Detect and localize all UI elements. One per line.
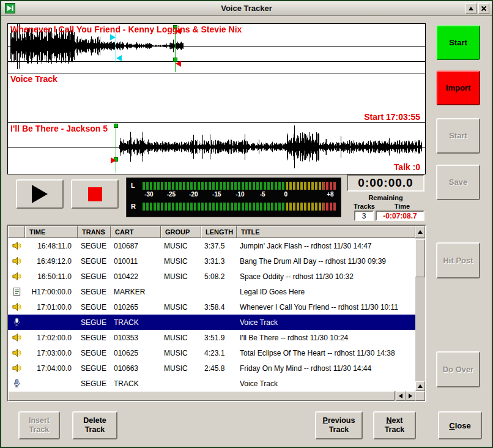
cell-time: 17:02:00.0 bbox=[25, 334, 78, 342]
scroll-up-icon bbox=[418, 230, 423, 234]
close-icon bbox=[481, 6, 487, 12]
column-header-cart[interactable]: CART bbox=[111, 226, 161, 238]
scroll-up-button[interactable] bbox=[415, 226, 425, 238]
insert-track-label: Track bbox=[29, 425, 50, 435]
meter-bar-right bbox=[143, 203, 336, 211]
table-row[interactable]: 17:01:00.0SEGUE010265MUSIC3:58.4Whenever… bbox=[8, 299, 415, 315]
table-row[interactable]: 17:02:00.0SEGUE010353MUSIC3:51.9I'll Be … bbox=[8, 330, 415, 345]
delete-track-button[interactable]: Delete Track bbox=[72, 411, 117, 439]
cell-cart: 010663 bbox=[111, 364, 161, 373]
maximize-icon bbox=[469, 7, 473, 10]
start-marker-handle[interactable] bbox=[114, 124, 118, 128]
meter-left-label: L bbox=[131, 182, 135, 189]
table-row[interactable]: 17:03:00.0SEGUE010625MUSIC4:23.1Total Ec… bbox=[8, 345, 415, 360]
table-row[interactable]: H17:00:00.0SEGUEMARKERLegal ID Goes Here bbox=[8, 284, 415, 299]
cell-trans: SEGUE bbox=[78, 364, 111, 373]
speaker-icon bbox=[8, 256, 25, 266]
table-row[interactable]: 16:48:11.0SEGUE010687MUSIC3:37.5Jumpin' … bbox=[8, 238, 415, 253]
cell-title: Voice Track bbox=[237, 379, 415, 388]
table-row[interactable]: SEGUETRACKVoice Track bbox=[8, 376, 415, 391]
meter-scale-label: -30 bbox=[144, 191, 153, 198]
voice-track-start-time: Start 17:03:55 bbox=[364, 112, 420, 122]
fade-marker-handle-icon[interactable] bbox=[110, 34, 116, 40]
scroll-up-button-bottom[interactable] bbox=[415, 381, 425, 391]
cell-length: 3:37.5 bbox=[201, 242, 237, 250]
insert-track-button[interactable]: Insert Track bbox=[18, 411, 60, 439]
stop-button[interactable] bbox=[71, 179, 119, 209]
meter-scale-label: -10 bbox=[235, 191, 244, 198]
cell-length: 4:23.1 bbox=[201, 349, 237, 357]
cell-cart: MARKER bbox=[111, 288, 161, 296]
hit-post-button[interactable]: Hit Post bbox=[436, 242, 480, 278]
do-over-button[interactable]: Do Over bbox=[436, 351, 480, 387]
meter-scale-label: -5 bbox=[260, 191, 265, 198]
play-button[interactable] bbox=[16, 179, 64, 209]
speaker-icon bbox=[8, 241, 25, 250]
vertical-scroll-thumb[interactable] bbox=[415, 239, 425, 277]
close-button[interactable]: Close bbox=[438, 411, 482, 439]
cell-group: MUSIC bbox=[161, 364, 201, 373]
maximize-button[interactable] bbox=[465, 3, 476, 14]
cell-group: MUSIC bbox=[161, 272, 201, 281]
scroll-left-button[interactable] bbox=[396, 391, 406, 401]
table-header: TIME TRANS CART GROUP LENGTH TITLE bbox=[8, 226, 415, 238]
cell-cart: 010625 bbox=[111, 349, 161, 357]
cell-group: MUSIC bbox=[161, 303, 201, 312]
fade-marker-handle-icon[interactable] bbox=[116, 55, 122, 61]
scroll-right-button[interactable] bbox=[406, 391, 415, 401]
waveform-stack: Whenever I Call You Friend - Kenny Loggi… bbox=[7, 23, 426, 174]
microphone-icon bbox=[8, 318, 25, 327]
start-marker-line[interactable] bbox=[116, 123, 116, 173]
speaker-icon bbox=[8, 333, 25, 342]
previous-track-label: Track bbox=[329, 425, 349, 435]
vertical-scrollbar[interactable] bbox=[415, 226, 425, 401]
microphone-icon bbox=[8, 379, 25, 388]
horizontal-scrollbar[interactable] bbox=[8, 391, 415, 401]
start-record-button[interactable]: Start bbox=[436, 25, 480, 60]
cell-title: Space Oddity -- rdhost 11/30 10:32 bbox=[237, 272, 415, 281]
table-row[interactable]: 16:50:11.0SEGUE010422MUSIC5:08.2Space Od… bbox=[8, 269, 415, 284]
table-row[interactable]: 16:49:12.0SEGUE010011MUSIC3:31.3Bang The… bbox=[8, 253, 415, 269]
horizontal-scroll-thumb[interactable] bbox=[8, 391, 395, 401]
table-row[interactable]: SEGUETRACKVoice Track bbox=[8, 315, 415, 330]
cell-length: 3:31.3 bbox=[201, 257, 237, 266]
talk-marker-handle-icon[interactable] bbox=[111, 157, 116, 163]
import-button[interactable]: Import bbox=[436, 70, 480, 105]
scroll-up-icon bbox=[418, 384, 423, 388]
column-header-time[interactable]: TIME bbox=[25, 226, 78, 238]
meter-scale-label: -20 bbox=[189, 191, 198, 198]
column-header-group[interactable]: GROUP bbox=[161, 226, 201, 238]
table-row[interactable]: 17:04:00.0SEGUE010663MUSIC2:45.8Friday O… bbox=[8, 360, 415, 376]
cell-title: Bang The Drum All Day -- rdhost 11/30 09… bbox=[237, 257, 415, 266]
end-marker-handle-icon[interactable] bbox=[176, 61, 181, 67]
speaker-icon bbox=[8, 272, 25, 281]
cell-cart: 010011 bbox=[111, 257, 161, 266]
speaker-icon bbox=[8, 364, 25, 373]
cell-title: Friday On My Mind -- rdhost 11/30 14:44 bbox=[237, 364, 415, 373]
waveform-panel-next-cart[interactable]: I'll Be There - Jackson 5 Talk :0 bbox=[8, 123, 425, 173]
column-header-icon[interactable] bbox=[8, 226, 25, 238]
titlebar[interactable]: Voice Tracker bbox=[1, 1, 492, 16]
previous-track-label: Previous bbox=[323, 416, 355, 425]
insert-track-label: Insert bbox=[29, 416, 50, 425]
start-disabled-button[interactable]: Start bbox=[436, 118, 480, 154]
remaining-time-value: -0:07:08.7 bbox=[376, 211, 424, 221]
waveform-panel-voice-track[interactable]: Voice Track Start 17:03:55 bbox=[8, 73, 425, 123]
cell-cart: 010265 bbox=[111, 303, 161, 312]
next-track-button[interactable]: Next Track bbox=[373, 411, 416, 439]
cell-cart: TRACK bbox=[111, 379, 161, 388]
column-header-length[interactable]: LENGTH bbox=[201, 226, 237, 238]
previous-track-button[interactable]: Previous Track bbox=[315, 411, 363, 439]
window-close-button[interactable] bbox=[478, 3, 489, 14]
voice-tracker-window: Voice Tracker Whenever I Call You Friend… bbox=[0, 0, 493, 448]
save-button[interactable]: Save bbox=[436, 165, 480, 200]
play-icon bbox=[32, 185, 48, 203]
cell-trans: SEGUE bbox=[78, 242, 111, 250]
column-header-trans[interactable]: TRANS bbox=[78, 226, 111, 238]
cell-title: Total Eclipse Of The Heart -- rdhost 11/… bbox=[237, 349, 415, 357]
scroll-right-icon bbox=[409, 394, 412, 398]
cell-title: I'll Be There -- rdhost 11/30 10:24 bbox=[237, 334, 415, 342]
waveform-panel-previous-cart[interactable]: Whenever I Call You Friend - Kenny Loggi… bbox=[8, 24, 425, 73]
cell-cart: 010353 bbox=[111, 334, 161, 342]
column-header-title[interactable]: TITLE bbox=[237, 226, 415, 238]
